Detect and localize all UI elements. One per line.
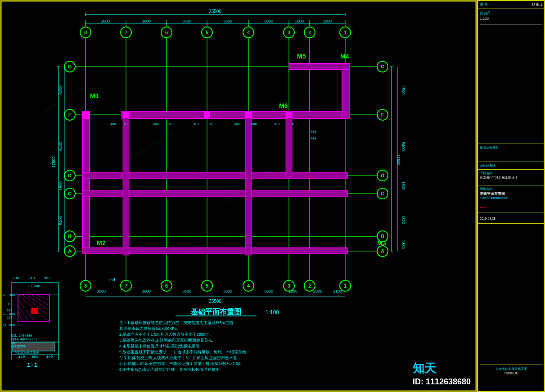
rp-label-num: 图 号 <box>480 2 488 7</box>
svg-text:基础平面布置图: 基础平面布置图 <box>191 308 241 315</box>
svg-text:2: 2 <box>308 283 311 288</box>
svg-text:F: F <box>68 112 72 117</box>
svg-text:17800: 17800 <box>51 156 56 167</box>
svg-text:6.图中角线(*)表示为建筑定位线，其余坐标数值详建筑图.: 6.图中角线(*)表示为建筑定位线，其余坐标数值详建筑图. <box>119 367 221 372</box>
svg-text:M1: M1 <box>90 92 99 99</box>
right-panel: 图 号 结施-3 比例尺： 1:100 说明及会签栏 zhizao 知天 工程名… <box>477 0 545 392</box>
svg-text:3.基础落选地遗存在,未注明的条形基础断面参见剖-1.: 3.基础落选地遗存在,未注明的条形基础断面参见剖-1. <box>119 338 213 342</box>
svg-text:B: B <box>68 234 72 239</box>
logo-zn: 知天 <box>413 361 436 375</box>
svg-text:400: 400 <box>210 122 216 126</box>
svg-text:3: 3 <box>288 283 290 288</box>
svg-text:5400: 5400 <box>401 142 405 151</box>
svg-text:400: 400 <box>311 130 316 134</box>
svg-text:2000: 2000 <box>313 289 322 293</box>
rp-company-section: zhizao 知天 <box>478 162 544 170</box>
svg-text:钢14,4@200x(2): 钢14,4@200x(2) <box>11 338 37 341</box>
rp-date-value: 2019.03.28 <box>480 217 495 220</box>
svg-rect-156 <box>32 308 38 314</box>
id-badge: 知天 ID: 1112638680 <box>413 360 471 387</box>
rp-revision: ★★★ <box>478 201 544 212</box>
svg-text:5: 5 <box>206 30 208 35</box>
rp-value-num: 结施-3 <box>532 2 542 7</box>
rp-project-label: 工程名称 <box>480 171 542 176</box>
svg-text:280: 280 <box>13 276 19 280</box>
svg-text:280: 280 <box>44 276 51 280</box>
svg-text:120: 120 <box>7 316 13 320</box>
svg-text:1800: 1800 <box>295 19 304 23</box>
svg-text:2).采用体石浇土料,大块料不应集中；3）.回填土应是当密封: 2).采用体石浇土料,大块料不应集中；3）.回填土应是当密封合水量； <box>119 356 241 360</box>
svg-text:400: 400 <box>153 122 159 126</box>
rp-notes-title: 说明及会签栏 <box>480 145 542 150</box>
svg-text:1:100: 1:100 <box>266 309 279 315</box>
svg-rect-206 <box>245 112 252 118</box>
rp-project-value: 云南省住宅项目施工图设计 <box>480 176 542 180</box>
svg-text:钢l28200: 钢l28200 <box>11 345 26 348</box>
rp-scale-label: 比例尺： <box>480 11 542 16</box>
svg-text:8: 8 <box>84 30 87 35</box>
svg-text:5400: 5400 <box>59 216 63 225</box>
rp-bottom-logo: 云南省住宅项目施工图 结构施工图 <box>480 365 542 375</box>
rp-project-section: 工程名称 云南省住宅项目施工图设计 <box>478 170 544 185</box>
svg-rect-52 <box>286 111 292 176</box>
svg-text:4: 4 <box>247 30 250 35</box>
svg-text:A: A <box>68 248 72 254</box>
rp-logo-text: 云南省住宅项目施工图 <box>480 367 542 371</box>
svg-text:3100: 3100 <box>333 289 342 293</box>
svg-text:4: 4 <box>247 283 250 288</box>
svg-text:60: 60 <box>11 341 15 345</box>
svg-rect-48 <box>82 190 348 197</box>
svg-text:3800: 3800 <box>264 19 273 23</box>
svg-text:5: 5 <box>206 283 208 288</box>
svg-text:6: 6 <box>165 30 168 35</box>
svg-text:1800: 1800 <box>401 181 405 190</box>
rp-scale-value: 1:100 <box>480 17 542 21</box>
svg-text:C: C <box>381 191 384 196</box>
svg-text:DCL 240x200: DCL 240x200 <box>11 334 32 338</box>
svg-text:5.放坡覆盖以下四据土要求：1）地域上不能有脏坡、树根、木根: 5.放坡覆盖以下四据土要求：1）地域上不能有脏坡、树根、木根等杂物； <box>119 350 250 354</box>
rp-date: 2019.03.28 <box>478 212 544 224</box>
svg-text:3: 3 <box>288 30 290 35</box>
svg-text:其地基承载力特征值fak>100KPa。: 其地基承载力特征值fak>100KPa。 <box>119 326 181 331</box>
svg-text:200: 200 <box>7 309 13 312</box>
svg-text:6: 6 <box>165 283 168 288</box>
svg-text:800: 800 <box>32 355 39 359</box>
svg-text:3000: 3000 <box>97 289 106 293</box>
svg-text:400: 400 <box>292 122 297 126</box>
rp-middle: 比例尺： 1:100 <box>478 9 544 144</box>
svg-rect-203 <box>82 112 90 119</box>
svg-text:400: 400 <box>234 122 240 126</box>
svg-text:B: B <box>381 234 384 239</box>
svg-text:3600: 3600 <box>182 19 191 23</box>
svg-text:±0.000: ±0.000 <box>27 284 41 288</box>
svg-text:1: 1 <box>344 283 347 288</box>
svg-text:tod: tod <box>109 278 115 282</box>
svg-text:400: 400 <box>275 122 280 126</box>
svg-text:480: 480 <box>169 122 175 126</box>
svg-text:3600: 3600 <box>182 289 191 293</box>
svg-text:M4: M4 <box>340 53 349 60</box>
svg-text:D: D <box>68 173 72 178</box>
svg-text:8: 8 <box>84 283 87 288</box>
svg-rect-41 <box>342 67 349 119</box>
svg-text:25500: 25500 <box>209 299 221 304</box>
svg-rect-44 <box>289 63 350 70</box>
svg-rect-207 <box>286 112 292 118</box>
svg-text:400: 400 <box>124 122 130 126</box>
rp-header: 图 号 结施-3 <box>478 1 544 9</box>
svg-text:D: D <box>381 173 384 178</box>
svg-text:3600: 3600 <box>142 19 151 23</box>
rp-drawing-title-section: 图纸名称 基础平面布置图 Plan of substructure <box>478 185 544 201</box>
svg-text:1800: 1800 <box>288 289 297 293</box>
svg-text:7: 7 <box>125 30 127 35</box>
svg-text:-0.800: -0.800 <box>2 312 15 316</box>
svg-text:5000: 5000 <box>59 86 63 95</box>
svg-text:1320: 1320 <box>401 215 405 224</box>
svg-text:400: 400 <box>110 122 116 126</box>
svg-text:100: 100 <box>18 355 25 359</box>
svg-text:M5: M5 <box>297 53 306 60</box>
svg-text:-0.300: -0.300 <box>2 293 15 297</box>
rp-logo-sub: 结构施工图 <box>480 371 542 375</box>
svg-text:1-1: 1-1 <box>27 362 38 369</box>
svg-text:3600: 3600 <box>264 289 273 293</box>
